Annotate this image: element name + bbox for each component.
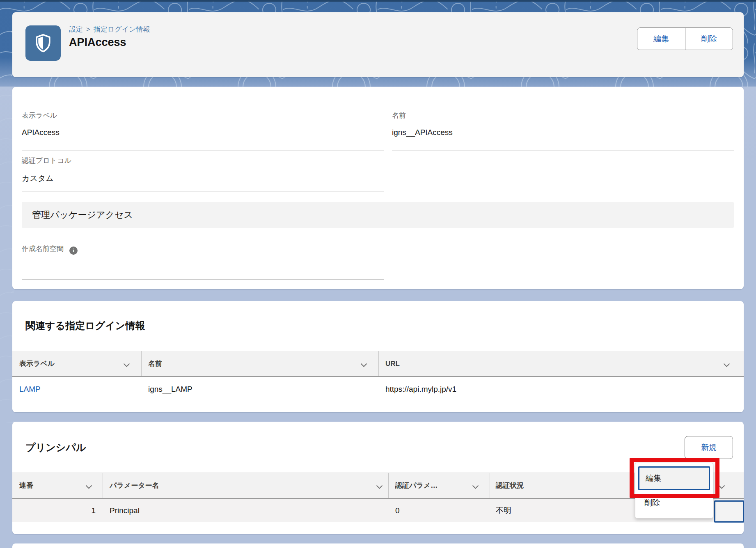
- auth-parameters-cell: 0: [395, 499, 400, 522]
- named-credential-icon-tile: [25, 25, 61, 61]
- chevron-down-icon[interactable]: [472, 484, 479, 491]
- column-header-parameter-name: パラメーター名: [110, 473, 159, 498]
- credential-name-cell: igns__LAMP: [148, 377, 192, 401]
- field-divider: [392, 151, 734, 151]
- principals-table-header: 連番 パラメーター名 認証パラメ… 認証状況: [12, 473, 744, 499]
- row-actions-cell-focused[interactable]: [714, 500, 744, 523]
- credential-link[interactable]: LAMP: [19, 385, 41, 394]
- column-header-name: 名前: [148, 351, 162, 376]
- chevron-down-icon[interactable]: [123, 362, 130, 369]
- credential-url-cell: https://api.mylp.jp/v1: [385, 377, 456, 401]
- salesforce-setup-page: 設定>指定ログイン情報 APIAccess 編集 削除 表示ラベル APIAcc…: [0, 0, 756, 548]
- name-field-label: 名前: [392, 111, 406, 120]
- column-header-auth-parameters: 認証パラメ…: [395, 473, 438, 498]
- auth-status-cell: 不明: [496, 499, 511, 522]
- info-icon[interactable]: i: [69, 247, 78, 255]
- chevron-down-icon[interactable]: [376, 484, 383, 491]
- column-header-display-label: 表示ラベル: [19, 351, 55, 376]
- edit-button[interactable]: 編集: [637, 28, 685, 50]
- field-divider: [22, 279, 384, 280]
- column-divider: [103, 473, 103, 498]
- principals-title: プリンシパル: [25, 441, 86, 454]
- column-header-sequence: 連番: [19, 473, 33, 498]
- column-divider: [490, 473, 490, 498]
- column-divider: [388, 473, 389, 498]
- record-action-buttons: 編集 削除: [637, 27, 733, 50]
- column-divider: [378, 351, 379, 376]
- delete-button[interactable]: 削除: [685, 28, 733, 50]
- auth-protocol-field-label: 認証プロトコル: [22, 156, 71, 165]
- parameter-name-cell: Principal: [110, 499, 140, 522]
- related-credentials-card: 関連する指定ログイン情報 表示ラベル 名前 URL LAMP igns__LAM…: [12, 301, 744, 412]
- column-header-url: URL: [385, 351, 400, 376]
- menu-item-edit[interactable]: 編集: [638, 466, 710, 490]
- new-button[interactable]: 新規: [685, 436, 733, 459]
- auth-protocol-field-value: カスタム: [22, 173, 54, 184]
- name-field-value: igns__APIAccess: [392, 128, 453, 137]
- field-divider: [22, 192, 384, 192]
- section-title: 管理パッケージアクセス: [32, 209, 133, 221]
- breadcrumb-setup-link[interactable]: 設定: [69, 25, 83, 33]
- menu-item-delete[interactable]: 削除: [635, 491, 713, 515]
- record-header-card: 設定>指定ログイン情報 APIAccess 編集 削除: [12, 12, 744, 77]
- field-divider: [22, 151, 384, 151]
- column-divider: [141, 351, 142, 376]
- breadcrumb: 設定>指定ログイン情報: [69, 25, 150, 34]
- breadcrumb-separator: >: [86, 25, 90, 33]
- next-card-partial: [12, 543, 744, 548]
- managed-package-access-section-header: 管理パッケージアクセス: [22, 202, 734, 228]
- chevron-down-icon[interactable]: [723, 362, 730, 369]
- sequence-cell: 1: [12, 499, 96, 522]
- namespace-field-label: 作成名前空間i: [22, 244, 78, 255]
- column-header-auth-status: 認証状況: [496, 473, 524, 498]
- principal-row[interactable]: 1 Principal 0 不明: [12, 499, 744, 522]
- chevron-down-icon[interactable]: [360, 362, 367, 369]
- row-actions-menu: 編集 削除: [635, 463, 713, 518]
- principals-card: プリンシパル 新規 連番 パラメーター名 認証パラメ… 認証状況 1 Princ…: [12, 422, 744, 534]
- page-title: APIAccess: [69, 36, 126, 49]
- chevron-down-icon[interactable]: [85, 484, 92, 491]
- display-label-field-value: APIAccess: [22, 128, 60, 137]
- display-label-field-label: 表示ラベル: [22, 111, 57, 120]
- chevron-down-icon[interactable]: [718, 484, 725, 491]
- record-detail-card: 表示ラベル APIAccess 名前 igns__APIAccess 認証プロト…: [12, 87, 744, 289]
- credential-label-cell: LAMP: [19, 377, 41, 401]
- related-table-header: 表示ラベル 名前 URL: [12, 351, 744, 377]
- table-row[interactable]: LAMP igns__LAMP https://api.mylp.jp/v1: [12, 377, 744, 401]
- related-credentials-title: 関連する指定ログイン情報: [25, 319, 145, 332]
- shield-icon: [32, 32, 54, 54]
- breadcrumb-named-credentials-link[interactable]: 指定ログイン情報: [94, 25, 150, 33]
- left-margin-texture: [0, 87, 14, 423]
